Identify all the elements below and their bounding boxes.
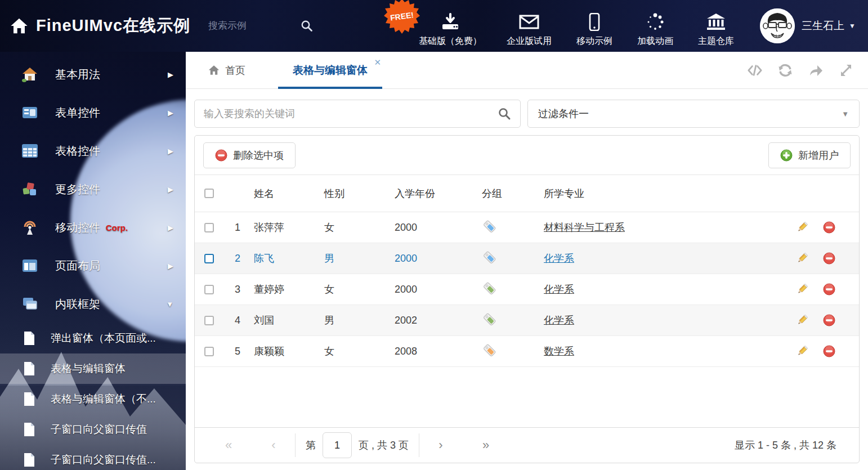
nav-theme-label: 主题仓库	[698, 35, 734, 47]
avatar	[760, 8, 795, 43]
cell-gender: 男	[319, 314, 389, 327]
corp-badge: Corp.	[106, 223, 128, 232]
sidebar-item-grid-controls[interactable]: 表格控件 ▶	[0, 132, 186, 170]
tab-grid-edit-window[interactable]: 表格与编辑窗体 ✕	[278, 52, 382, 88]
open-new-icon[interactable]	[808, 64, 823, 77]
user-menu[interactable]: 三生石上 ▼	[760, 8, 856, 43]
sidebar-item-page-layout[interactable]: 页面布局 ▶	[0, 247, 186, 285]
delete-icon[interactable]	[823, 283, 835, 296]
first-page-button[interactable]: «	[217, 438, 240, 453]
edit-icon[interactable]	[796, 345, 808, 357]
table-row[interactable]: 1 张萍萍 女 2000 材料科学与工程系	[195, 212, 859, 243]
cell-gender: 女	[319, 283, 389, 296]
tag-icon	[483, 250, 496, 264]
table-icon	[21, 142, 38, 159]
next-page-button[interactable]: ›	[429, 438, 452, 453]
row-checkbox[interactable]	[204, 316, 214, 325]
sidebar-item-mobile-controls[interactable]: 移动控件 Corp. ▶	[0, 208, 186, 247]
sidebar-subitem-grid-edit-window-2[interactable]: 表格与编辑窗体（不...	[0, 384, 186, 414]
row-checkbox[interactable]	[204, 223, 214, 232]
edit-icon[interactable]	[796, 221, 808, 234]
chevron-right-icon: ▶	[168, 223, 173, 232]
delete-icon[interactable]	[823, 252, 835, 265]
header-search	[208, 20, 313, 32]
sidebar-subitem-popup-window[interactable]: 弹出窗体（本页面或...	[0, 323, 186, 353]
envelope-icon	[519, 13, 539, 31]
sidebar-subitem-child-to-parent-2[interactable]: 子窗口向父窗口传值...	[0, 445, 186, 470]
delete-selected-button[interactable]: 删除选中项	[203, 142, 296, 168]
header-search-input[interactable]	[208, 20, 293, 32]
search-icon[interactable]	[301, 20, 313, 32]
download-icon	[440, 13, 460, 31]
tag-icon	[483, 343, 496, 357]
table-header: 姓名 性别 入学年份 分组 所学专业	[195, 175, 859, 212]
maximize-icon[interactable]	[839, 64, 853, 77]
major-link[interactable]: 化学系	[544, 284, 574, 295]
chevron-right-icon: ▶	[168, 262, 173, 270]
major-link[interactable]: 数学系	[544, 346, 574, 357]
source-code-icon[interactable]	[748, 64, 762, 77]
document-icon	[23, 392, 36, 406]
logo[interactable]: FineUIMvc在线示例	[0, 15, 190, 37]
nav-mobile-demo[interactable]: 移动示例	[576, 5, 612, 47]
sidebar-subitem-child-to-parent[interactable]: 子窗口向父窗口传值	[0, 414, 186, 445]
table-row-selected[interactable]: 2 陈飞 男 2000 化学系	[195, 243, 859, 274]
plus-circle-icon	[780, 149, 793, 162]
row-checkbox[interactable]	[204, 347, 214, 356]
tab-close-icon[interactable]: ✕	[374, 57, 381, 68]
delete-icon[interactable]	[823, 345, 835, 357]
chevron-right-icon: ▶	[168, 109, 173, 117]
delete-icon[interactable]	[823, 314, 835, 326]
spinner-icon	[646, 13, 665, 31]
delete-icon[interactable]	[823, 221, 835, 234]
chevron-right-icon: ▶	[168, 147, 173, 155]
page-number-input[interactable]	[323, 432, 352, 458]
filter-dropdown[interactable]: 过滤条件一 ▼	[527, 100, 860, 128]
nav-enterprise-trial[interactable]: 企业版试用	[507, 5, 552, 47]
cell-gender: 女	[319, 221, 389, 234]
major-link[interactable]: 化学系	[544, 253, 574, 264]
edit-icon[interactable]	[796, 252, 808, 265]
nav-loading-anim[interactable]: 加载动画	[637, 5, 673, 47]
table-empty-area	[195, 367, 859, 427]
nav-theme-repo[interactable]: 主题仓库	[698, 5, 734, 47]
user-caret-icon: ▼	[849, 22, 856, 30]
edit-icon[interactable]	[796, 314, 808, 326]
major-link[interactable]: 材料科学与工程系	[544, 222, 625, 233]
sidebar-item-basic-usage[interactable]: 基本用法 ▶	[0, 55, 186, 93]
nav-enterprise-label: 企业版试用	[507, 35, 552, 47]
pagination-bar: « ‹ 第 页 , 共 3 页 › » 显示 1 - 5 条 , 共 12 条	[195, 427, 859, 463]
nav-mobile-label: 移动示例	[576, 35, 612, 47]
tab-bar: 首页 表格与编辑窗体 ✕	[186, 52, 868, 89]
keyword-search-input[interactable]	[204, 108, 498, 120]
cell-year: 2000	[389, 222, 476, 234]
refresh-icon[interactable]	[778, 64, 793, 77]
search-icon[interactable]	[498, 107, 511, 120]
tab-tools	[748, 52, 868, 88]
col-year: 入学年份	[389, 187, 476, 200]
row-checkbox[interactable]	[204, 285, 214, 294]
sidebar-item-more-controls[interactable]: 更多控件 ▶	[0, 170, 186, 208]
user-name: 三生石上	[802, 19, 844, 33]
house-icon	[21, 66, 38, 83]
sidebar-item-iframe[interactable]: 内联框架 ▼	[0, 285, 186, 323]
cell-group	[476, 343, 538, 360]
sidebar-subitem-grid-edit-window[interactable]: 表格与编辑窗体	[0, 353, 186, 384]
select-all-checkbox[interactable]	[204, 189, 214, 198]
prev-page-button[interactable]: ‹	[262, 438, 285, 453]
nav-basic-edition[interactable]: FREE! 基础版（免费）	[419, 5, 482, 47]
filter-value: 过滤条件一	[538, 107, 589, 120]
add-user-button[interactable]: 新增用户	[768, 142, 851, 168]
table-row[interactable]: 4 刘国 男 2002 化学系	[195, 305, 859, 336]
table-row[interactable]: 3 董婷婷 女 2000 化学系	[195, 274, 859, 305]
last-page-button[interactable]: »	[475, 438, 497, 453]
tag-icon	[483, 281, 496, 295]
major-link[interactable]: 化学系	[544, 315, 574, 326]
sidebar-item-form-controls[interactable]: 表单控件 ▶	[0, 93, 186, 132]
tab-home[interactable]: 首页	[203, 52, 251, 88]
home-icon	[208, 65, 220, 75]
edit-icon[interactable]	[796, 283, 808, 296]
main-content: 首页 表格与编辑窗体 ✕	[186, 52, 868, 470]
table-row[interactable]: 5 康颖颖 女 2008 数学系	[195, 336, 859, 367]
row-checkbox[interactable]	[204, 254, 214, 263]
